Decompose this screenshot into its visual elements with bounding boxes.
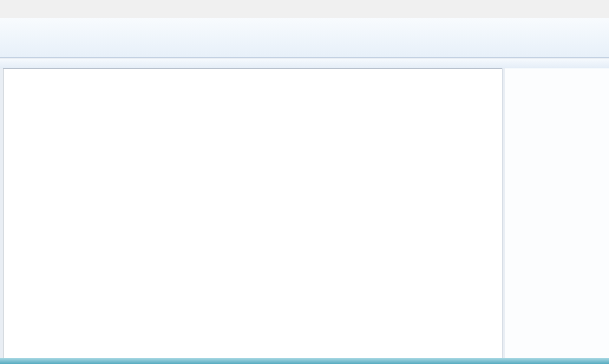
ribbon-toolbar	[0, 18, 609, 58]
maximize-button[interactable]	[580, 0, 594, 9]
status-bar	[0, 358, 609, 364]
chart-panel	[3, 68, 502, 358]
charts-canvas	[3, 69, 503, 358]
close-button[interactable]	[594, 0, 609, 9]
document-tab-bar	[0, 59, 609, 68]
title-bar	[0, 0, 609, 9]
ribbon-tab-row	[0, 9, 609, 18]
params-panel-title	[505, 68, 609, 73]
window-controls	[565, 0, 609, 9]
minimize-button[interactable]	[565, 0, 580, 9]
acquisition-params-panel	[505, 68, 609, 358]
params-column-divider	[543, 73, 543, 120]
